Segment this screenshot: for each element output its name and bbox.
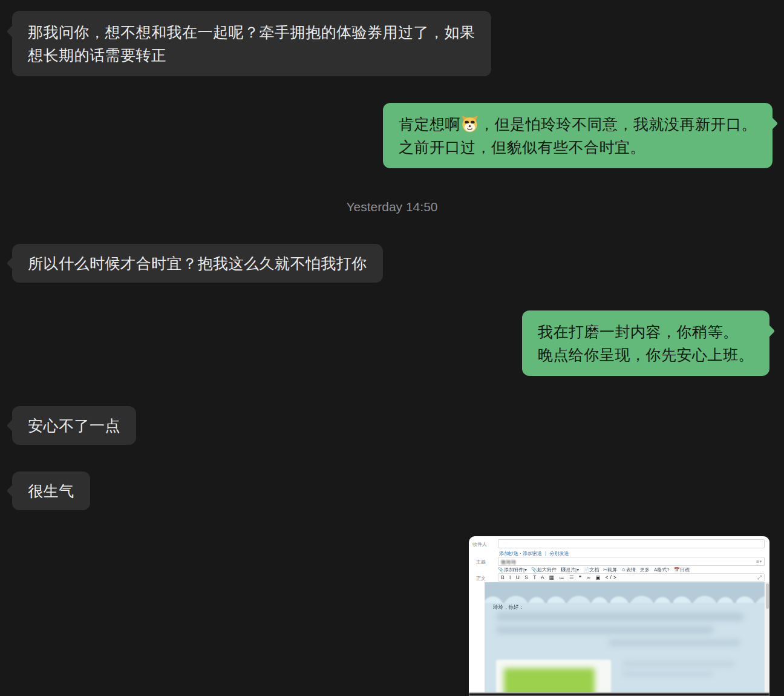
bubble-tail	[765, 117, 779, 131]
bubble-tail	[7, 257, 21, 271]
email-scrollbar-thumb	[766, 583, 769, 609]
body-label: 正文	[476, 575, 486, 582]
subject-options-icon: ≣▾	[756, 559, 762, 564]
outgoing-message-bubble[interactable]: 肯定想啊，但是怕玲玲不同意，我就没再新开口。 之前开口过，但貌似有些不合时宜。	[383, 103, 773, 168]
attachment-toolbar: 📎添加附件|▾ 📎超大附件 🖼照片|▾ 📄文档 ✂截屏 ☺表情 更多 A格式? …	[498, 566, 765, 573]
cc-bcc-links: 添加抄送 · 添加密送 ｜ 分别发送	[499, 550, 569, 557]
message-text: 想长期的话需要转正	[28, 44, 475, 67]
blurred-paragraph	[609, 639, 740, 646]
subject-value: 致玲玲	[501, 559, 517, 566]
format-button: A格式?	[654, 566, 670, 573]
chat-conversation: 那我问你，想不想和我在一起呢？牵手拥抱的体验券用过了，如果 想长期的话需要转正 …	[0, 0, 784, 696]
schedule-button: 📅日程	[674, 566, 690, 573]
message-text: 所以什么时候才合时宜？抱我这么久就不怕我打你	[28, 252, 367, 275]
message-text: 安心不了一点	[28, 414, 120, 437]
more-button: 更多	[640, 566, 650, 573]
large-attachment-button: 📎超大附件	[531, 566, 557, 573]
recipient-field	[498, 539, 765, 548]
bubble-tail	[762, 324, 776, 338]
photo-button: 🖼照片|▾	[561, 566, 579, 573]
document-button: 📄文档	[583, 566, 599, 573]
incoming-message-bubble[interactable]: 所以什么时候才合时宜？抱我这么久就不怕我打你	[12, 244, 383, 283]
outgoing-message-bubble[interactable]: 我在打磨一封内容，你稍等。 晚点给你呈现，你先安心上班。	[522, 310, 769, 376]
incoming-message-bubble[interactable]: 很生气	[12, 471, 90, 510]
subject-label: 主题	[476, 559, 486, 565]
blurred-green-image	[504, 668, 595, 692]
blurred-text-line	[622, 661, 734, 667]
recipient-label: 收件人	[472, 541, 487, 548]
subject-field: 致玲玲 ≣▾	[498, 557, 765, 566]
email-greeting: 玲玲，你好：	[493, 604, 524, 611]
add-attachment-button: 📎添加附件|▾	[498, 566, 527, 573]
cloud-stationery-decoration	[485, 582, 765, 603]
incoming-message-bubble[interactable]: 那我问你，想不想和我在一起呢？牵手拥抱的体验券用过了，如果 想长期的话需要转正	[12, 11, 491, 76]
screenshot-bottom-edge	[469, 693, 769, 696]
email-body: 玲玲，你好：	[485, 582, 765, 692]
screenshot-button: ✂截屏	[603, 566, 617, 573]
bubble-tail	[7, 484, 21, 498]
blurred-paragraph	[496, 626, 714, 634]
message-text: 肯定想啊，但是怕玲玲不同意，我就没再新开口。	[399, 113, 757, 136]
blurred-text-line	[622, 671, 713, 677]
bubble-tail	[7, 25, 21, 39]
format-toolbar: B I U S T A ▦ ≔ ☰ ❝ ∞ ▣ </> ⤢	[498, 573, 765, 582]
message-text: 那我问你，想不想和我在一起呢？牵手拥抱的体验券用过了，如果	[28, 21, 475, 44]
doge-emoji	[461, 115, 479, 133]
expand-icon: ⤢	[757, 574, 762, 581]
timestamp-divider: Yesterday 14:50	[0, 200, 784, 214]
format-toolbar-buttons: B I U S T A ▦ ≔ ☰ ❝ ∞ ▣ </>	[501, 574, 618, 580]
email-screenshot-attachment[interactable]: 收件人 添加抄送 · 添加密送 ｜ 分别发送 主题 致玲玲 ≣▾ 📎添加附件|▾…	[469, 536, 769, 696]
message-text: 之前开口过，但貌似有些不合时宜。	[399, 136, 757, 159]
bubble-tail	[7, 419, 21, 433]
message-text: 晚点给你呈现，你先安心上班。	[538, 343, 754, 366]
incoming-message-bubble[interactable]: 安心不了一点	[12, 406, 136, 445]
emoji-button: ☺表情	[621, 566, 636, 573]
message-text: 我在打磨一封内容，你稍等。	[538, 320, 754, 343]
blurred-paragraph	[496, 612, 744, 621]
message-text: 很生气	[28, 479, 74, 502]
